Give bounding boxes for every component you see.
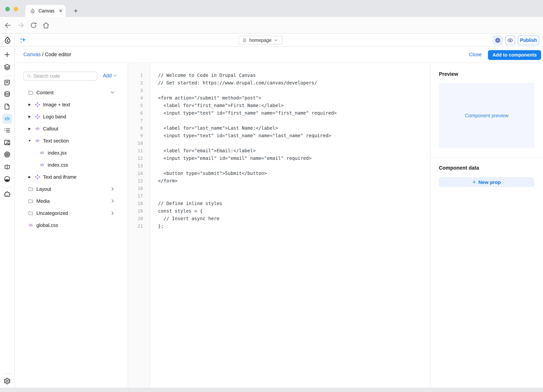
preview-title: Preview	[439, 71, 458, 77]
code-line[interactable]: <label for="last_name">Last Name:</label…	[158, 124, 430, 132]
tree-row-text-section[interactable]: ▼Text section	[15, 134, 128, 147]
line-number: 1	[128, 72, 143, 79]
code-line[interactable]: const styles = {	[158, 207, 430, 215]
search-field[interactable]	[33, 73, 94, 79]
add-to-components-button[interactable]: Add to components	[488, 50, 541, 60]
code-line[interactable]: <label for="email">Email:</label>	[158, 147, 430, 155]
new-tab-button[interactable]: +	[71, 6, 80, 16]
chevron-right-icon[interactable]	[110, 211, 115, 215]
code-icon	[34, 126, 40, 131]
page-selector-dropdown[interactable]: homepage	[238, 36, 283, 45]
rail-width-tool-icon[interactable]	[2, 162, 12, 172]
breadcrumb: Canvas / Code editor	[23, 52, 71, 57]
code-line[interactable]: };	[158, 222, 430, 230]
caret-right-icon[interactable]: ▶	[28, 127, 32, 130]
drupal-favicon-icon	[30, 8, 35, 14]
code-line[interactable]: <button type="submit">Submit</button>	[158, 170, 430, 177]
close-tab-icon[interactable]: ✕	[59, 8, 62, 14]
chevron-down-icon[interactable]	[110, 90, 115, 95]
rail-code-icon[interactable]	[2, 114, 12, 124]
ai-sparkle-icon[interactable]	[19, 37, 27, 45]
rail-database-icon[interactable]	[2, 89, 12, 99]
preview-eye-button[interactable]	[505, 35, 515, 45]
tree-row-content[interactable]: Content	[15, 86, 128, 98]
code-line[interactable]: // Define inline styles	[158, 200, 430, 207]
line-number: 3	[128, 87, 143, 94]
browser-tab[interactable]: Canvas ✕	[25, 5, 66, 17]
code-line[interactable]: // Get started: https://www.drupal.com/c…	[158, 79, 430, 87]
code-line[interactable]: // Insert async here	[158, 215, 430, 222]
rail-list-icon[interactable]	[2, 125, 12, 135]
code-line[interactable]	[158, 87, 430, 94]
caret-right-icon[interactable]: ▶	[28, 175, 32, 179]
tree-row-label: Text section	[43, 138, 69, 143]
line-number: 15	[128, 177, 143, 185]
code-line[interactable]: <label for="first_name">First Name:</lab…	[158, 102, 430, 109]
breadcrumb-root-link[interactable]: Canvas	[23, 52, 41, 57]
chevron-down-icon	[274, 38, 278, 42]
code-content[interactable]: // Welcome to Code in Drupal Canvas// Ge…	[150, 63, 430, 388]
component-icon	[34, 101, 40, 107]
tree-row-label: Image + text	[43, 101, 70, 107]
plus-icon: +	[472, 179, 476, 185]
rail-image-icon[interactable]	[2, 138, 12, 147]
rail-divider	[3, 75, 12, 76]
search-icon	[27, 74, 31, 78]
tree-row-text-and-iframe[interactable]: ▶Text and iframe	[15, 171, 128, 183]
forward-icon[interactable]	[17, 21, 25, 29]
caret-down-icon[interactable]: ▼	[28, 139, 32, 142]
traffic-light-yellow[interactable]	[14, 7, 18, 11]
code-line[interactable]: <form action="/submit" method="post">	[158, 94, 430, 102]
new-prop-button[interactable]: + New prop	[439, 177, 534, 187]
reload-icon[interactable]	[29, 21, 38, 29]
back-icon[interactable]	[4, 21, 12, 29]
close-button[interactable]: Close	[469, 52, 482, 57]
chevron-right-icon[interactable]	[110, 198, 115, 203]
code-line[interactable]	[158, 185, 430, 192]
tree-row-media[interactable]: Media	[15, 195, 128, 207]
rail-file-icon[interactable]	[2, 102, 12, 112]
rail-layers-icon[interactable]	[2, 62, 12, 72]
line-number: 19	[128, 207, 143, 215]
tree-row-index-css[interactable]: index.css	[15, 159, 128, 171]
code-line[interactable]	[158, 117, 430, 124]
code-line[interactable]: </form>	[158, 177, 430, 185]
code-icon	[39, 162, 45, 168]
rail-target-icon[interactable]	[2, 150, 12, 159]
chevron-right-icon[interactable]	[110, 186, 115, 191]
drupal-logo-icon[interactable]	[3, 36, 12, 45]
code-line[interactable]: <input type="text" id="last_name" name="…	[158, 132, 430, 140]
tree-row-layout[interactable]: Layout	[15, 183, 128, 195]
code-editor[interactable]: 123456789101112131415161718192021 // Wel…	[128, 63, 430, 388]
rail-puzzle-icon[interactable]	[2, 190, 12, 199]
component-data-title: Component data	[439, 165, 479, 171]
code-line[interactable]	[158, 192, 430, 200]
tree-row-index-jsx[interactable]: index.jsx	[15, 147, 128, 159]
rail-contrast-icon[interactable]	[2, 174, 12, 184]
tree-row-global-css[interactable]: global.css	[15, 219, 128, 231]
tree-row-callout[interactable]: ▶Callout	[15, 123, 128, 134]
rail-document-icon[interactable]	[2, 78, 12, 87]
code-line[interactable]: // Welcome to Code in Drupal Canvas	[158, 72, 430, 79]
code-line[interactable]: <input type="text" id="first_name" name=…	[158, 109, 430, 117]
tree-row-image-text[interactable]: ▶Image + text	[15, 98, 128, 110]
caret-right-icon[interactable]: ▶	[28, 103, 32, 106]
add-code-button[interactable]: Add	[103, 73, 117, 78]
code-line[interactable]	[158, 140, 430, 147]
rail-gear-icon[interactable]	[2, 376, 12, 386]
code-line[interactable]	[158, 162, 430, 170]
tree-row-logo-band[interactable]: ▶Logo band	[15, 110, 128, 123]
code-line[interactable]: <input type="email" id="email" name="ema…	[158, 155, 430, 162]
code-icon	[34, 138, 40, 143]
rail-plus-icon[interactable]	[2, 50, 12, 60]
publish-button[interactable]: Publish	[518, 35, 539, 45]
browser-tab-strip: Canvas ✕ +	[0, 0, 543, 17]
globe-button[interactable]	[493, 35, 503, 45]
search-input[interactable]	[23, 72, 97, 81]
traffic-light-green[interactable]	[5, 7, 10, 11]
tree-row-label: Text and iframe	[43, 174, 77, 179]
caret-right-icon[interactable]: ▶	[28, 115, 32, 118]
home-icon[interactable]	[42, 21, 50, 29]
tree-row-uncategorized[interactable]: Uncategorized	[15, 207, 128, 219]
inspector-panel: Preview Component preview Component data…	[430, 63, 543, 388]
